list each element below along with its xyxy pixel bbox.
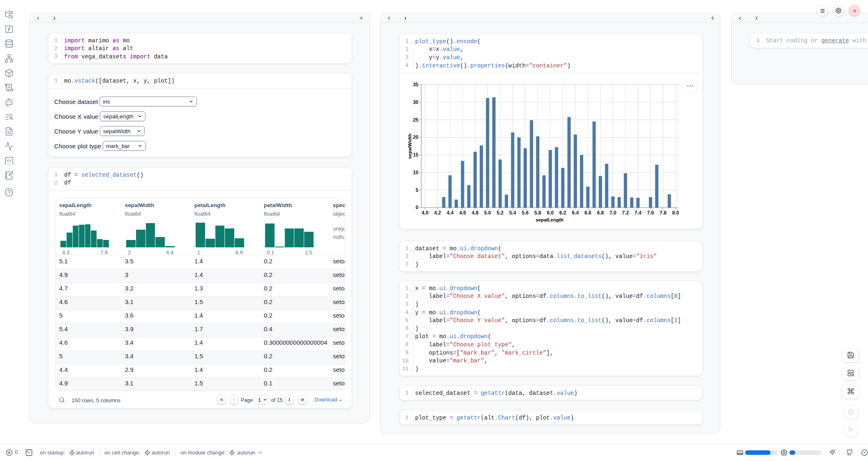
svg-text:5.6: 5.6 — [522, 210, 529, 216]
svg-text:10: 10 — [413, 170, 419, 175]
svg-text:4.6: 4.6 — [459, 210, 466, 216]
svg-text:5.4: 5.4 — [509, 210, 516, 216]
svg-text:5.8: 5.8 — [534, 210, 541, 216]
svg-text:5: 5 — [416, 187, 418, 193]
svg-text:4.4: 4.4 — [447, 210, 454, 216]
svg-text:6.4: 6.4 — [572, 210, 579, 216]
svg-text:15: 15 — [413, 152, 419, 158]
svg-text:7.8: 7.8 — [660, 210, 667, 216]
svg-text:4.8: 4.8 — [472, 210, 479, 216]
svg-text:7.6: 7.6 — [647, 210, 654, 216]
svg-text:30: 30 — [413, 99, 419, 105]
svg-text:4.2: 4.2 — [434, 210, 441, 216]
svg-text:35: 35 — [413, 82, 419, 88]
svg-text:6.8: 6.8 — [597, 210, 604, 216]
svg-text:0: 0 — [416, 205, 418, 210]
svg-text:6.0: 6.0 — [547, 210, 554, 216]
svg-text:sepalWidth: sepalWidth — [407, 134, 412, 159]
svg-text:7.4: 7.4 — [635, 210, 642, 216]
svg-text:7.2: 7.2 — [622, 210, 629, 216]
svg-text:6.6: 6.6 — [584, 210, 591, 216]
svg-text:8.0: 8.0 — [672, 210, 679, 216]
svg-text:5.2: 5.2 — [497, 210, 504, 216]
svg-text:7.0: 7.0 — [609, 210, 616, 216]
svg-text:4.0: 4.0 — [422, 210, 429, 216]
svg-text:25: 25 — [413, 117, 419, 123]
svg-text:5.0: 5.0 — [484, 210, 491, 216]
svg-text:6.2: 6.2 — [559, 210, 566, 216]
svg-text:20: 20 — [413, 134, 419, 140]
svg-text:sepalLength: sepalLength — [536, 217, 563, 222]
